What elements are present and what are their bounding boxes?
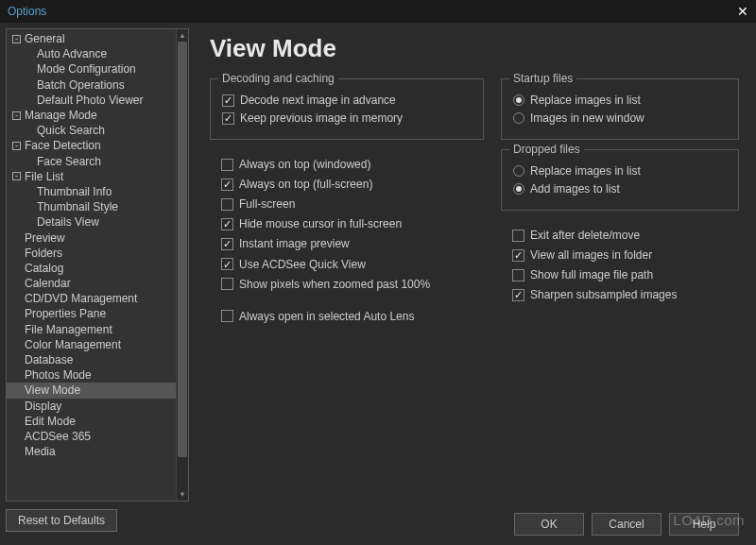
radio-icon xyxy=(513,183,524,195)
option-label: Instant image preview xyxy=(239,237,350,250)
tree-item[interactable]: Face Search xyxy=(7,154,176,169)
reset-to-defaults-button[interactable]: Reset to Defaults xyxy=(6,509,117,532)
option-label: View all images in folder xyxy=(530,248,652,262)
tree-item[interactable]: -Manage Mode xyxy=(7,108,176,123)
tree-item[interactable]: ACDSee 365 xyxy=(7,429,176,444)
scroll-thumb[interactable] xyxy=(178,42,187,457)
tree-item[interactable]: -General xyxy=(7,31,176,46)
tree-item[interactable]: Photos Mode xyxy=(7,367,176,383)
tree-toggle-icon[interactable]: - xyxy=(12,142,21,150)
option-label: Keep previous image in memory xyxy=(240,111,403,125)
scroll-up-icon[interactable]: ▲ xyxy=(177,29,188,42)
tree-item-label: Calendar xyxy=(25,277,71,290)
checkbox-icon xyxy=(221,310,233,322)
tree-toggle-icon[interactable]: - xyxy=(12,35,21,43)
scroll-down-icon[interactable]: ▼ xyxy=(177,488,188,501)
tree-scrollbar[interactable]: ▲ ▼ xyxy=(176,29,188,501)
cancel-button[interactable]: Cancel xyxy=(592,513,662,536)
group-dropped: Dropped files Replace images in listAdd … xyxy=(501,149,739,211)
option-label: Show pixels when zoomed past 100% xyxy=(239,278,430,291)
radio-option[interactable]: Replace images in list xyxy=(513,164,729,178)
window-title: Options xyxy=(8,5,46,18)
tree-item[interactable]: -Face Detection xyxy=(7,138,176,153)
checkbox-option[interactable]: Use ACDSee Quick View xyxy=(221,258,484,271)
options-tree: -GeneralAuto AdvanceMode ConfigurationBa… xyxy=(6,28,189,502)
tree-toggle-icon[interactable]: - xyxy=(12,111,21,120)
tree-item-label: Display xyxy=(25,400,61,413)
tree-item-label: Manage Mode xyxy=(25,109,97,122)
tree-item[interactable]: Color Management xyxy=(7,337,176,352)
checkbox-option[interactable]: Decode next image in advance xyxy=(222,94,473,107)
tree-item[interactable]: Folders xyxy=(7,246,176,261)
checkbox-option[interactable]: Show full image file path xyxy=(512,268,739,281)
tree-item-label: View Mode xyxy=(25,383,80,397)
checkbox-option[interactable]: Instant image preview xyxy=(221,237,484,250)
tree-item[interactable]: Thumbnail Info xyxy=(7,184,176,199)
tree-item-label: Details View xyxy=(37,215,99,229)
ok-button[interactable]: OK xyxy=(514,513,584,536)
checkbox-option[interactable]: Always on top (windowed) xyxy=(221,158,484,171)
option-label: Replace images in list xyxy=(530,164,641,178)
checkbox-option[interactable]: View all images in folder xyxy=(512,248,739,262)
tree-item[interactable]: Mode Configuration xyxy=(7,61,176,77)
tree-item[interactable]: Edit Mode xyxy=(7,414,176,429)
checkbox-option[interactable]: Always on top (full-screen) xyxy=(221,178,484,191)
group-decoding-legend: Decoding and caching xyxy=(218,72,338,85)
tree-item[interactable]: Display xyxy=(7,399,176,414)
tree-item[interactable]: View Mode xyxy=(7,383,176,398)
tree-item[interactable]: Auto Advance xyxy=(7,46,176,61)
titlebar: Options ✕ xyxy=(0,0,756,23)
tree-item-label: Mode Configuration xyxy=(37,62,136,76)
option-label: Replace images in list xyxy=(530,94,641,107)
checkbox-option[interactable]: Exit after delete/move xyxy=(512,229,739,242)
tree-item[interactable]: File Management xyxy=(7,322,176,337)
close-icon[interactable]: ✕ xyxy=(737,4,748,19)
tree-item-label: File Management xyxy=(25,323,112,336)
help-button[interactable]: Help xyxy=(669,513,739,536)
option-label: Add images to list xyxy=(530,182,620,196)
checkbox-option[interactable]: Always open in selected Auto Lens xyxy=(221,310,484,323)
checkbox-icon xyxy=(222,112,234,125)
tree-item-label: Preview xyxy=(25,231,65,245)
radio-option[interactable]: Add images to list xyxy=(513,182,729,196)
option-label: Exit after delete/move xyxy=(530,229,640,242)
checkbox-option[interactable]: Full-screen xyxy=(221,197,484,211)
radio-option[interactable]: Replace images in list xyxy=(513,94,729,107)
tree-item[interactable]: CD/DVD Management xyxy=(7,291,176,306)
tree-item-label: Thumbnail Info xyxy=(37,185,112,198)
tree-item-label: Thumbnail Style xyxy=(37,200,118,213)
tree-item[interactable]: -File List xyxy=(7,169,176,184)
checkbox-option[interactable]: Show pixels when zoomed past 100% xyxy=(221,278,484,291)
tree-item-label: Folders xyxy=(25,247,62,260)
option-label: Use ACDSee Quick View xyxy=(239,258,366,271)
tree-item-label: General xyxy=(25,32,65,45)
tree-item[interactable]: Catalog xyxy=(7,261,176,276)
option-label: Always open in selected Auto Lens xyxy=(239,310,414,323)
checkbox-option[interactable]: Hide mouse cursor in full-screen xyxy=(221,217,484,230)
tree-toggle-icon[interactable]: - xyxy=(12,172,21,180)
tree-item[interactable]: Database xyxy=(7,352,176,367)
tree-item-label: Database xyxy=(25,353,73,366)
checkbox-option[interactable]: Keep previous image in memory xyxy=(222,111,473,125)
tree-item[interactable]: Properties Pane xyxy=(7,306,176,321)
tree-item[interactable]: Thumbnail Style xyxy=(7,199,176,214)
tree-item-label: Auto Advance xyxy=(37,47,107,60)
tree-item-label: CD/DVD Management xyxy=(25,292,137,305)
radio-option[interactable]: Images in new window xyxy=(513,111,729,125)
tree-item[interactable]: Quick Search xyxy=(7,123,176,138)
tree-item[interactable]: Calendar xyxy=(7,276,176,291)
sidebar: -GeneralAuto AdvanceMode ConfigurationBa… xyxy=(0,23,189,545)
tree-item[interactable]: Details View xyxy=(7,214,176,230)
checkbox-icon xyxy=(221,159,233,171)
tree-item[interactable]: Preview xyxy=(7,230,176,245)
tree-item[interactable]: Media xyxy=(7,444,176,459)
checkbox-option[interactable]: Sharpen subsampled images xyxy=(512,288,739,301)
checkbox-icon xyxy=(221,278,233,290)
option-label: Sharpen subsampled images xyxy=(530,288,677,301)
tree-item-label: Batch Operations xyxy=(37,78,125,92)
radio-icon xyxy=(513,112,524,124)
option-label: Hide mouse cursor in full-screen xyxy=(239,217,402,230)
tree-item-label: Face Detection xyxy=(25,139,101,152)
tree-item[interactable]: Batch Operations xyxy=(7,77,176,93)
tree-item[interactable]: Default Photo Viewer xyxy=(7,93,176,108)
